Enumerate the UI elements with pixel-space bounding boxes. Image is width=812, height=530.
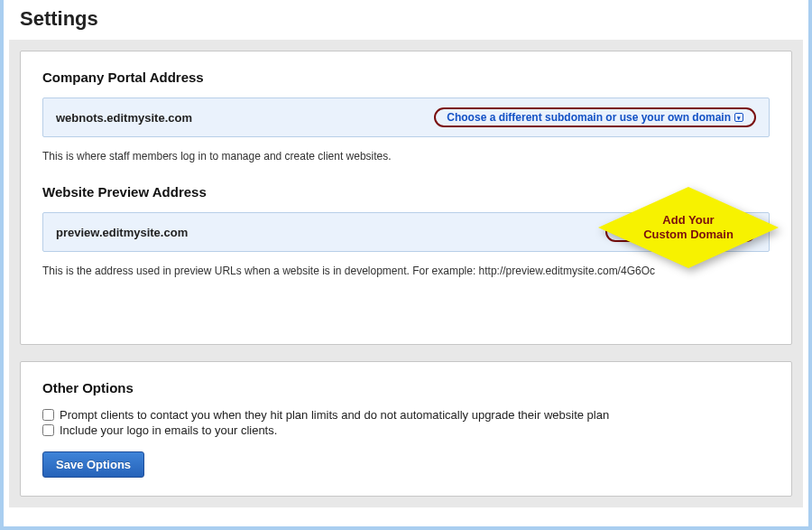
choose-subdomain-label: Choose a different subdomain or use your… [447,111,731,124]
use-own-domain-label: Use your own domain [618,226,731,238]
prompt-clients-checkbox[interactable] [42,409,54,421]
website-preview-address-box: preview.editmysite.com Use your own doma… [42,212,770,252]
content-area: Company Portal Address webnots.editmysit… [9,40,803,507]
website-preview-help: This is the address used in preview URLs… [42,265,770,277]
website-preview-address: preview.editmysite.com [56,226,188,239]
save-options-button[interactable]: Save Options [42,451,144,478]
include-logo-label: Include your logo in emails to your clie… [60,423,277,437]
include-logo-checkbox[interactable] [42,424,54,436]
company-portal-address-box: webnots.editmysite.com Choose a differen… [42,98,770,137]
use-own-domain-link[interactable]: Use your own domain ▾ [605,222,756,242]
company-portal-heading: Company Portal Address [42,70,770,85]
chevron-down-icon: ▾ [734,228,743,237]
other-options-heading: Other Options [42,380,770,395]
company-portal-help: This is where staff members log in to ma… [42,150,770,163]
choose-subdomain-link[interactable]: Choose a different subdomain or use your… [434,107,756,127]
company-portal-address: webnots.editmysite.com [56,111,192,125]
prompt-clients-label: Prompt clients to contact you when they … [60,408,609,422]
option-prompt-clients[interactable]: Prompt clients to contact you when they … [42,408,770,422]
option-include-logo[interactable]: Include your logo in emails to your clie… [42,423,770,437]
website-preview-heading: Website Preview Address [42,184,770,200]
chevron-down-icon: ▾ [734,113,743,122]
other-options-panel: Other Options Prompt clients to contact … [20,361,792,497]
page-title: Settings [4,0,808,40]
addresses-panel: Company Portal Address webnots.editmysit… [20,51,792,345]
settings-page: Settings Company Portal Address webnots.… [0,0,812,530]
